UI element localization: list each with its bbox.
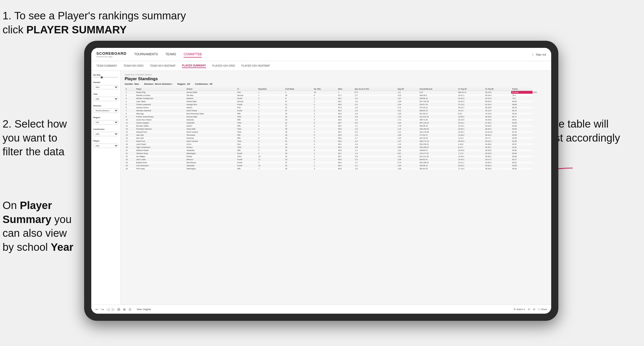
gender-filter-label: Gender: — [125, 83, 134, 85]
watch-btn[interactable]: 👁 Watch ▾ — [513, 308, 525, 311]
toolbar-plus[interactable]: ⊕ — [123, 307, 126, 311]
table-row[interactable]: 6Jackson KoivunAuburnFirst127167.3-2.02.… — [125, 106, 547, 109]
table-row[interactable]: 14Maxwell FordNorth CarolinaThird523069.… — [125, 131, 547, 134]
table-cell: 20-14-5 — [457, 118, 484, 121]
nav-committee[interactable]: COMMITTEE — [184, 51, 202, 58]
table-cell: 65.61 — [511, 118, 533, 121]
table-row[interactable]: 13Phichaksn MaichonTexas A&MThird630169.… — [125, 128, 547, 131]
subnav-team-h2h-heatmap[interactable]: TEAM H2H HEATMAP — [150, 64, 176, 68]
table-cell: 11 — [125, 121, 135, 124]
table-row[interactable]: 9Preston SummerhaysArizona StateThird324… — [125, 115, 547, 118]
table-row[interactable]: 15Jake HallTennesseeFifth718068.5-1.51.6… — [125, 134, 547, 137]
table-cell: 429-198-22 — [419, 146, 457, 149]
region-filter-label: Region: — [177, 83, 186, 85]
subnav-player-h2h-grid[interactable]: PLAYER H2H GRID — [212, 64, 235, 68]
region-select[interactable]: N/A All — [93, 120, 118, 124]
table-cell: 14-3-3 — [457, 109, 484, 112]
subnav-player-summary[interactable]: PLAYER SUMMARY — [182, 64, 206, 68]
gender-select[interactable]: Men Women — [93, 85, 118, 89]
no-rds-slider[interactable] — [93, 77, 118, 78]
table-cell: 27 — [284, 124, 313, 128]
sign-out-link[interactable]: Sign out — [536, 53, 546, 56]
nav-teams[interactable]: TEAMS — [165, 51, 176, 58]
table-cell: Mats Ege — [135, 112, 185, 115]
table-cell: 473-177-57 — [419, 152, 457, 155]
th-reg-rank: Reg Rank — [257, 87, 284, 91]
table-row[interactable]: 11Gordon SargentVanderbiltThird421068.7-… — [125, 121, 547, 124]
toolbar-back[interactable]: ◁ — [107, 307, 109, 311]
toolbar-redo[interactable]: ↪ — [101, 307, 104, 311]
table-cell: Fifth — [236, 124, 257, 128]
table-cell: Georgia Tech — [185, 103, 236, 106]
table-row[interactable]: 19Tiger ChristensenArizonaThird523269.2-… — [125, 146, 547, 149]
table-cell: 14-26-1 — [457, 155, 484, 158]
slider-thumb[interactable] — [101, 76, 103, 78]
table-cell: Fifth — [236, 134, 257, 137]
table-cell: 0 — [313, 149, 337, 152]
table-cell: 387-133-16 — [419, 121, 457, 124]
subnav-team-h2h-grid[interactable]: TEAM H2H GRID — [124, 64, 144, 68]
player-select[interactable]: (All) — [93, 144, 118, 148]
table-row[interactable]: 4Luke ClatonFlorida StateSecond127268.2-… — [125, 100, 547, 103]
toolbar-clock[interactable]: ⊙ — [128, 307, 132, 311]
toolbar-copy[interactable]: ⊞ — [117, 307, 120, 311]
toolbar-undo[interactable]: ↩ — [95, 307, 98, 311]
division-select[interactable]: NCAA Division I — [93, 108, 118, 113]
table-cell: 24 — [284, 158, 313, 161]
toolbar-view[interactable]: View: Original — [137, 308, 151, 311]
year-select[interactable]: (All) First Second Third Fourth Fifth — [93, 97, 118, 101]
table-row[interactable]: 5Christo LamprechtGeorgia TechFourth2212… — [125, 103, 547, 106]
table-cell: Tennessee — [185, 134, 236, 137]
table-cell: 4 — [257, 143, 284, 146]
table-row[interactable]: 18Luke PowellUCLAFirst424069.1-1.81.1350… — [125, 143, 547, 146]
table-row[interactable]: 24Bastian AmatNew MexicoFourth127269.4-1… — [125, 161, 547, 164]
table-cell: 67.1 — [354, 91, 397, 94]
table-row[interactable]: 23Jack LundinMissouriFourth1124068.6-2.3… — [125, 158, 547, 161]
table-cell: 69.3 — [337, 164, 354, 167]
table-row[interactable]: 10Jacob Skov OlesenArkansasFifth323068.4… — [125, 118, 547, 121]
table-cell: 50-18-5 — [484, 124, 511, 128]
table-cell: 10 — [257, 155, 284, 158]
subnav-player-h2h-heatmap[interactable]: PLAYER H2H HEATMAP — [241, 64, 270, 68]
watch-icon: 👁 — [513, 308, 516, 311]
toolbar-forward[interactable]: ▷ — [112, 307, 115, 311]
table-row[interactable]: 12Brendan ValdesAuburnFifth527068.4-1.11… — [125, 124, 547, 128]
table-row[interactable]: 3Michael ThorbjornsenStanfordFourth28168… — [125, 97, 547, 100]
conference-select[interactable]: (All) — [93, 132, 118, 136]
table-row[interactable]: 1Wenyi DingArizona StateFirst1115167.1-3… — [125, 91, 547, 94]
table-cell: 67.1 — [337, 94, 354, 97]
nav-tournaments[interactable]: TOURNAMENTS — [134, 51, 158, 58]
grid-btn[interactable]: ⊞ — [533, 308, 535, 311]
export-btn[interactable]: ⬆ — [528, 308, 530, 311]
table-row[interactable]: 25Cole SherwoodVanderbiltFourth1223169.3… — [125, 164, 547, 167]
table-cell: 616-168-22 — [419, 161, 457, 164]
table-row[interactable]: 16Alex GoffKentuckyFifth819068.3-1.71.92… — [125, 137, 547, 140]
standings-table: # Player School Yr Reg Rank Conf Rank No… — [125, 87, 547, 170]
table-cell: 26-32-2 — [484, 134, 511, 137]
table-row[interactable]: 20Matthew RiedelVanderbiltFifth523069.5-… — [125, 149, 547, 152]
table-row[interactable]: 22Ian GilliganFloridaThird1024168.7-0.91… — [125, 155, 547, 158]
table-row[interactable]: 7Nicholas GabrelcikNorth FloridaFourth12… — [125, 109, 547, 112]
conference-filter-value: All — [209, 83, 212, 85]
table-cell: North Florida — [185, 109, 236, 112]
table-cell: Fifth — [236, 167, 257, 170]
table-cell: 448-85-27 — [419, 149, 457, 152]
table-cell: 26 — [125, 167, 135, 170]
table-row[interactable]: 17David FordNorth CarolinaThird421069.0-… — [125, 140, 547, 143]
table-cell: 1 — [257, 94, 284, 97]
table-cell: -1.5 — [354, 134, 397, 137]
share-btn[interactable]: ⬡ Share — [538, 308, 547, 311]
table-row[interactable]: 8Mats EgeEast Tennessee StateFifth124268… — [125, 112, 547, 115]
table-cell: 60.96 — [511, 152, 533, 155]
table-cell: Tiger Christensen — [135, 146, 185, 149]
filter-conference-display: Conference: All — [195, 83, 212, 85]
subnav-team-summary[interactable]: TEAM SUMMARY — [96, 64, 117, 68]
table-row[interactable]: 26Petr HrubyWashingtonFifth725068.6-1.81… — [125, 167, 547, 170]
table-cell: 27 — [284, 100, 313, 103]
table-cell: Fifth — [236, 112, 257, 115]
table-cell: 1.41 — [396, 131, 418, 134]
table-row[interactable]: 2Michael La SassoOle MissSecond118067.1-… — [125, 94, 547, 97]
table-cell: 10-11-1 — [457, 161, 484, 164]
table-cell: 24 — [284, 115, 313, 118]
table-row[interactable]: 21Taehoon SongWashingtonFourth623169.1-1… — [125, 152, 547, 155]
